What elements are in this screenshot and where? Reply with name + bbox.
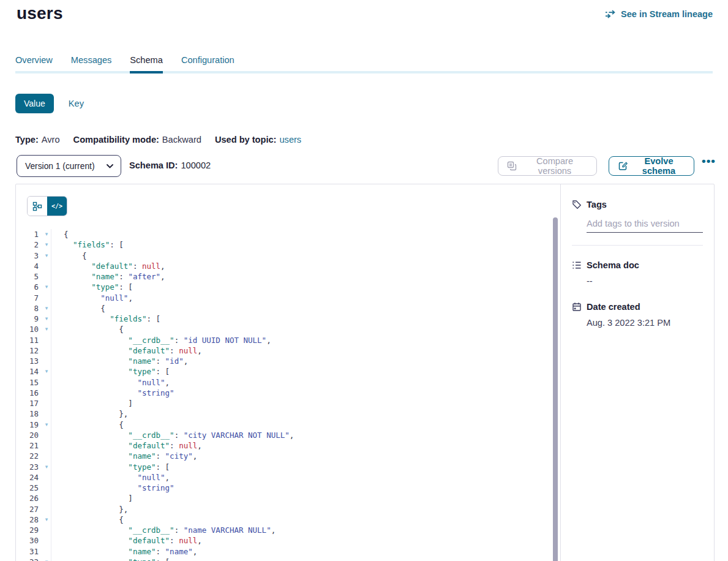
code-line: 23▾ "type": [ — [16, 462, 552, 472]
tab-underline-track — [15, 71, 713, 73]
line-number: 5 — [16, 271, 39, 282]
calendar-plus-icon — [572, 302, 582, 312]
tab-messages[interactable]: Messages — [71, 55, 112, 72]
line-number: 11 — [16, 335, 39, 345]
code-line: 18 }, — [16, 409, 552, 419]
code-line: 31 "name": "name", — [16, 546, 552, 557]
line-number: 23 — [16, 462, 39, 472]
code-line: 30 "default": null, — [16, 535, 552, 546]
chevron-down-icon — [107, 164, 113, 168]
key-tab-button[interactable]: Key — [69, 99, 84, 108]
code-line: 17 ] — [16, 398, 552, 409]
meta-value: Backward — [162, 135, 201, 145]
code-line: 15 "null", — [16, 377, 552, 388]
code-line: 10▾ { — [16, 324, 552, 334]
fold-toggle-icon[interactable]: ▾ — [42, 282, 51, 292]
code-line: 26 ] — [16, 493, 552, 503]
fold-toggle-icon[interactable]: ▾ — [42, 324, 51, 334]
line-number: 3 — [16, 250, 39, 261]
schema-editor-pane: </> 1▾{2▾ "fields": [3▾ {4 "default": nu… — [16, 184, 561, 561]
line-number: 22 — [16, 451, 39, 461]
line-number: 14 — [16, 366, 39, 377]
code-line: 12 "default": null, — [16, 345, 552, 356]
line-number: 1 — [16, 229, 39, 239]
schema-page: users See in Stream lineage OverviewMess… — [0, 0, 728, 561]
code-line: 3▾ { — [16, 250, 552, 261]
line-number: 15 — [16, 377, 39, 388]
fold-toggle-icon[interactable]: ▾ — [42, 420, 51, 430]
schema-detail-card: </> 1▾{2▾ "fields": [3▾ {4 "default": nu… — [15, 184, 715, 561]
line-number: 4 — [16, 261, 39, 271]
line-number: 26 — [16, 493, 39, 503]
list-icon — [572, 260, 582, 270]
evolve-schema-button[interactable]: Evolve schema — [609, 156, 694, 176]
fold-toggle-icon[interactable]: ▾ — [42, 462, 51, 472]
more-actions-icon[interactable]: ••• — [702, 154, 716, 168]
code-line: 6▾ "type": [ — [16, 282, 552, 292]
fold-toggle-icon[interactable]: ▾ — [42, 366, 51, 377]
code-line: 1▾{ — [16, 229, 552, 239]
meta-value: Avro — [42, 135, 60, 145]
code-line: 19▾ { — [16, 420, 552, 430]
code-line: 32▾ "type": [ — [16, 557, 552, 561]
meta-item: Type:Avro — [15, 135, 60, 145]
meta-item: Used by topic:users — [215, 135, 301, 145]
code-line: 13 "name": "id", — [16, 356, 552, 366]
add-tags-input[interactable] — [587, 214, 703, 233]
line-number: 12 — [16, 345, 39, 356]
schema-id: Schema ID:100002 — [129, 160, 211, 170]
see-in-stream-lineage-link[interactable]: See in Stream lineage — [605, 9, 713, 19]
tab-schema[interactable]: Schema — [130, 55, 163, 72]
code-line: 28▾ { — [16, 514, 552, 525]
line-number: 25 — [16, 483, 39, 493]
code-line: 7 "null", — [16, 293, 552, 303]
code-line: 11 "__crdb__": "id UUID NOT NULL", — [16, 335, 552, 345]
schema-doc-section-header: Schema doc — [572, 260, 703, 270]
schema-sidebar: Tags Schema doc — [561, 184, 714, 561]
line-number: 6 — [16, 282, 39, 292]
fold-toggle-icon[interactable]: ▾ — [42, 514, 51, 525]
line-number: 8 — [16, 303, 39, 314]
fold-toggle-icon[interactable]: ▾ — [42, 557, 51, 561]
compare-versions-button[interactable]: Compare versions — [498, 156, 597, 176]
line-number: 18 — [16, 409, 39, 419]
line-number: 10 — [16, 324, 39, 334]
line-number: 19 — [16, 420, 39, 430]
code-view-icon: </> — [51, 203, 62, 209]
code-line: 22 "name": "city", — [16, 451, 552, 461]
code-view-button[interactable]: </> — [47, 197, 67, 216]
version-select[interactable]: Version 1 (current) — [17, 155, 121, 177]
value-tab-button[interactable]: Value — [15, 94, 54, 113]
fold-toggle-icon[interactable]: ▾ — [42, 239, 51, 250]
line-number: 21 — [16, 440, 39, 451]
line-number: 28 — [16, 514, 39, 525]
tree-view-icon — [32, 201, 42, 211]
editor-scrollbar[interactable] — [553, 217, 558, 561]
tab-overview[interactable]: Overview — [15, 55, 53, 72]
code-line: 4 "default": null, — [16, 261, 552, 271]
code-line: 9▾ "fields": [ — [16, 314, 552, 324]
line-number: 27 — [16, 504, 39, 514]
topic-link[interactable]: users — [279, 135, 301, 145]
tree-view-button[interactable] — [28, 197, 47, 216]
fold-toggle-icon[interactable]: ▾ — [42, 303, 51, 314]
fold-toggle-icon[interactable]: ▾ — [42, 314, 51, 324]
schema-doc-value: -- — [587, 276, 703, 286]
schema-code-editor[interactable]: 1▾{2▾ "fields": [3▾ {4 "default": null,5… — [16, 229, 552, 561]
line-number: 17 — [16, 398, 39, 409]
date-created-section-header: Date created — [572, 302, 703, 312]
code-line: 14▾ "type": [ — [16, 366, 552, 377]
tab-configuration[interactable]: Configuration — [181, 55, 235, 72]
line-number: 24 — [16, 472, 39, 483]
meta-item: Compatibility mode:Backward — [73, 135, 201, 145]
line-number: 30 — [16, 535, 39, 546]
date-created-value: Aug. 3 2022 3:21 PM — [587, 318, 703, 328]
editor-view-toggle: </> — [27, 196, 67, 216]
edit-icon — [618, 161, 628, 171]
fold-toggle-icon[interactable]: ▾ — [42, 250, 51, 261]
line-number: 20 — [16, 430, 39, 440]
code-line: 8▾ { — [16, 303, 552, 314]
line-number: 7 — [16, 293, 39, 303]
line-number: 9 — [16, 314, 39, 324]
fold-toggle-icon[interactable]: ▾ — [42, 229, 51, 239]
